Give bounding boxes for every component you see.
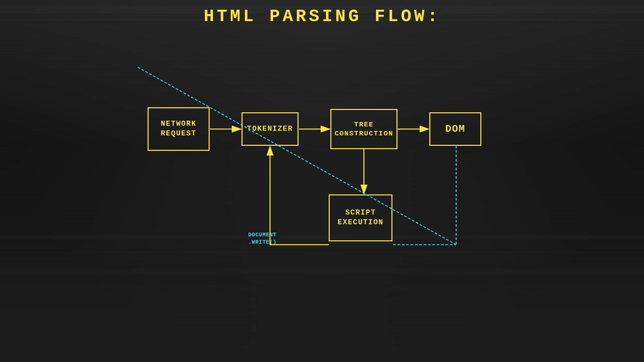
dashed-script-to-dom-v xyxy=(138,67,456,245)
network-request-box: NETWORKREQUEST xyxy=(148,107,210,151)
main-content: HTML PARSING FLOW: NETWORKREQUEST TOKENI… xyxy=(0,0,644,362)
network-request-label: NETWORKREQUEST xyxy=(161,119,196,138)
dom-label: DOM xyxy=(445,123,465,136)
tokenizer-box: TOKENIZER xyxy=(241,112,299,146)
tokenizer-label: TOKENIZER xyxy=(247,124,293,134)
diagram-title: HTML PARSING FLOW: xyxy=(204,7,440,26)
script-execution-label: SCRIPTEXECUTION xyxy=(338,208,384,227)
tree-construction-box: TREECONSTRUCTION xyxy=(330,109,397,149)
dom-box: DOM xyxy=(429,112,481,146)
tree-construction-label: TREECONSTRUCTION xyxy=(334,120,393,138)
doc-write-label: DOCUMENT.WRITE() xyxy=(248,231,277,246)
arrows-svg xyxy=(138,67,506,275)
diagram-container: HTML PARSING FLOW: NETWORKREQUEST TOKENI… xyxy=(138,67,506,275)
script-execution-box: SCRIPTEXECUTION xyxy=(329,194,392,241)
